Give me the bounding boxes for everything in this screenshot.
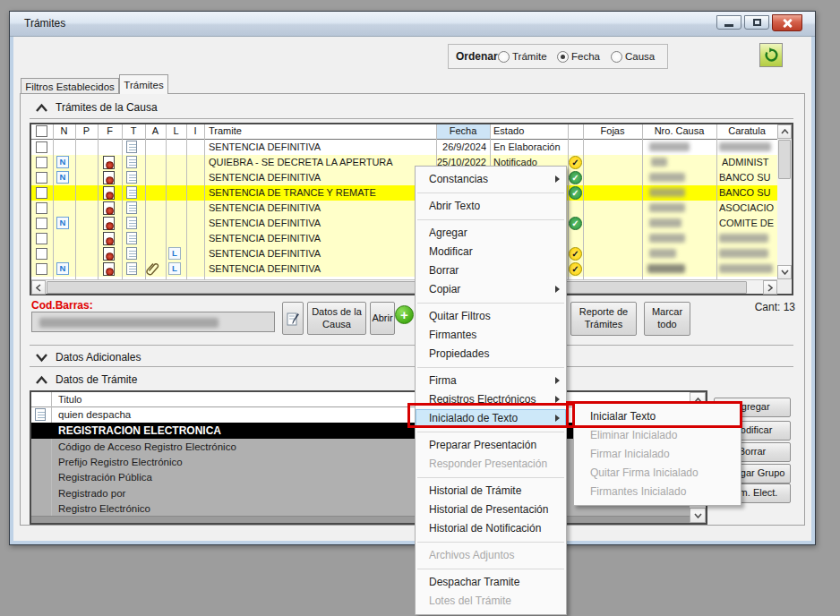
- menu-item-historial-de-tramite[interactable]: Historial de Trámite: [416, 482, 566, 500]
- firma-seal-icon: [103, 201, 115, 215]
- radio-causa-label[interactable]: Causa: [625, 51, 655, 62]
- table-row[interactable]: N QUIEBRA - SE DECRETA LA APERTURA 25/10…: [31, 155, 777, 170]
- collapse-chevron-up-icon[interactable]: [35, 103, 48, 113]
- scroll-up-button[interactable]: [777, 124, 792, 139]
- col-f[interactable]: F: [98, 125, 122, 136]
- col-a[interactable]: A: [145, 125, 166, 136]
- menu-item-inicialado-de-texto[interactable]: Inicialado de Texto: [416, 409, 566, 428]
- radio-causa[interactable]: [611, 51, 622, 63]
- submenu-arrow-icon: [555, 415, 560, 422]
- minimize-button[interactable]: [716, 15, 741, 30]
- list-item[interactable]: Registrado por: [58, 488, 125, 499]
- col-estado[interactable]: Estado: [493, 125, 567, 136]
- menu-separator: [417, 367, 564, 368]
- table-row[interactable]: N SENTENCIA DEFINITIVA ✓ COMITE DE: [31, 216, 777, 231]
- radio-fecha-label[interactable]: Fecha: [571, 51, 600, 62]
- table-row[interactable]: SENTENCIA DEFINITIVA ASOCIACIO: [31, 201, 777, 216]
- radio-tramite-label[interactable]: Trámite: [512, 51, 547, 62]
- tab-filtros-establecidos[interactable]: Filtros Establecidos: [21, 78, 119, 94]
- menu-item-quitar-filtros[interactable]: Quitar Filtros: [416, 307, 566, 326]
- row-checkbox[interactable]: [36, 263, 47, 275]
- table-vertical-scrollbar[interactable]: [777, 124, 792, 279]
- marcar-todo-button[interactable]: Marcar todo: [644, 302, 690, 336]
- col-p[interactable]: P: [75, 125, 98, 136]
- reporte-tramites-button[interactable]: Reporte de Trámites: [570, 302, 637, 336]
- radio-fecha[interactable]: [557, 51, 569, 63]
- col-l[interactable]: L: [166, 125, 186, 136]
- add-plus-button[interactable]: +: [395, 305, 414, 324]
- col-tramite[interactable]: Tramite: [209, 125, 316, 136]
- menu-item-agregar[interactable]: Agregar: [416, 224, 566, 243]
- scroll-left-button[interactable]: [31, 280, 46, 295]
- scroll-down-button[interactable]: [690, 508, 706, 523]
- row-checkbox[interactable]: [36, 218, 47, 229]
- titulo-header[interactable]: Titulo: [58, 394, 82, 405]
- col-caratula[interactable]: Caratula: [716, 125, 777, 136]
- table-horizontal-scrollbar[interactable]: [31, 279, 777, 294]
- table-row[interactable]: N L SENTENCIA DEFINITIVA ✓: [31, 261, 777, 277]
- menu-item-borrar[interactable]: Borrar: [416, 261, 566, 280]
- select-all-checkbox[interactable]: [36, 125, 47, 137]
- maximize-button[interactable]: [744, 15, 769, 30]
- abrir-button[interactable]: Abrir: [370, 302, 395, 335]
- menu-item-firmantes[interactable]: Firmantes: [416, 326, 566, 345]
- menu-separator: [417, 542, 564, 543]
- menu-item-preparar-presentacion[interactable]: Preparar Presentación: [416, 436, 566, 455]
- window-titlebar[interactable]: [10, 12, 815, 37]
- collapse-chevron-up-icon[interactable]: [35, 375, 48, 385]
- list-item[interactable]: Código de Acceso Registro Electrónico: [58, 441, 236, 452]
- collapse-chevron-down-icon[interactable]: [35, 353, 48, 363]
- row-checkbox[interactable]: [36, 202, 47, 214]
- menu-item-historial-de-notificacion[interactable]: Historial de Notificación: [416, 519, 566, 538]
- section-datos-tramite[interactable]: Datos de Trámite: [56, 373, 137, 386]
- document-icon: [126, 186, 137, 199]
- menu-item-constancias[interactable]: Constancias: [416, 170, 566, 189]
- row-checkbox[interactable]: [36, 187, 47, 199]
- col-fecha[interactable]: Fecha: [436, 125, 490, 136]
- row-checkbox[interactable]: [36, 157, 47, 168]
- datos-causa-button[interactable]: Datos de la Causa: [307, 302, 366, 335]
- menu-item-copiar[interactable]: Copiar: [416, 280, 566, 299]
- check-green-icon: ✓: [569, 171, 582, 184]
- table-row[interactable]: SENTENCIA DEFINITIVA: [31, 231, 777, 246]
- scroll-down-button[interactable]: [777, 265, 792, 279]
- table-row[interactable]: SENTENCIA DEFINITIVA 26/9/2024 En Elabor…: [31, 140, 777, 155]
- check-green-icon: ✓: [569, 186, 582, 200]
- menu-item-propiedades[interactable]: Propiedades: [416, 345, 566, 364]
- note-edit-button[interactable]: [282, 302, 304, 335]
- l-icon: L: [168, 247, 181, 260]
- col-t[interactable]: T: [122, 125, 145, 136]
- row-checkbox[interactable]: [36, 172, 47, 184]
- radio-tramite[interactable]: [498, 51, 510, 63]
- list-item[interactable]: Registro Electrónico: [58, 503, 150, 514]
- section-tramites-causa[interactable]: Trámites de la Causa: [56, 101, 158, 114]
- menu-item-historial-de-presentacion[interactable]: Historial de Presentación: [416, 500, 566, 519]
- scroll-right-button[interactable]: [763, 280, 777, 295]
- table-row[interactable]: N SENTENCIA DEFINITIVA ✓ BANCO SU: [31, 170, 777, 185]
- col-i[interactable]: I: [186, 125, 204, 136]
- menu-item-firma[interactable]: Firma: [416, 372, 566, 390]
- close-button[interactable]: [772, 14, 802, 31]
- list-item[interactable]: Prefijo Registro Electrónico: [58, 457, 183, 467]
- row-checkbox[interactable]: [36, 248, 47, 260]
- menu-item-registros-electronicos[interactable]: Registros Electrónicos: [416, 390, 566, 409]
- col-n[interactable]: N: [53, 125, 75, 136]
- menu-item-modificar[interactable]: Modificar: [416, 243, 566, 261]
- col-nro-causa[interactable]: Nro. Causa: [642, 125, 716, 136]
- document-icon: [126, 232, 137, 244]
- menu-item-despachar-tramite[interactable]: Despachar Tramite: [416, 573, 566, 592]
- refresh-button[interactable]: [759, 43, 783, 67]
- list-item[interactable]: Registración Pública: [58, 472, 152, 483]
- row-checkbox[interactable]: [36, 141, 47, 153]
- section-datos-adicionales[interactable]: Datos Adicionales: [56, 351, 141, 364]
- codbarras-input[interactable]: [31, 312, 275, 332]
- col-fojas[interactable]: Fojas: [583, 125, 642, 136]
- table-row-selected[interactable]: SENTENCIA DE TRANCE Y REMATE ✓ BANCO SU: [31, 185, 777, 201]
- tab-tramites[interactable]: Trámites: [119, 74, 168, 94]
- scroll-thumb[interactable]: [47, 281, 747, 294]
- menu-item-abrir-texto[interactable]: Abrir Texto: [416, 197, 566, 216]
- row-checkbox[interactable]: [36, 233, 47, 244]
- table-row[interactable]: L SENTENCIA DEFINITIVA ✓: [31, 246, 777, 261]
- submenu-item-inicialar-texto[interactable]: Inicialar Texto: [574, 407, 741, 426]
- scroll-thumb[interactable]: [778, 140, 791, 179]
